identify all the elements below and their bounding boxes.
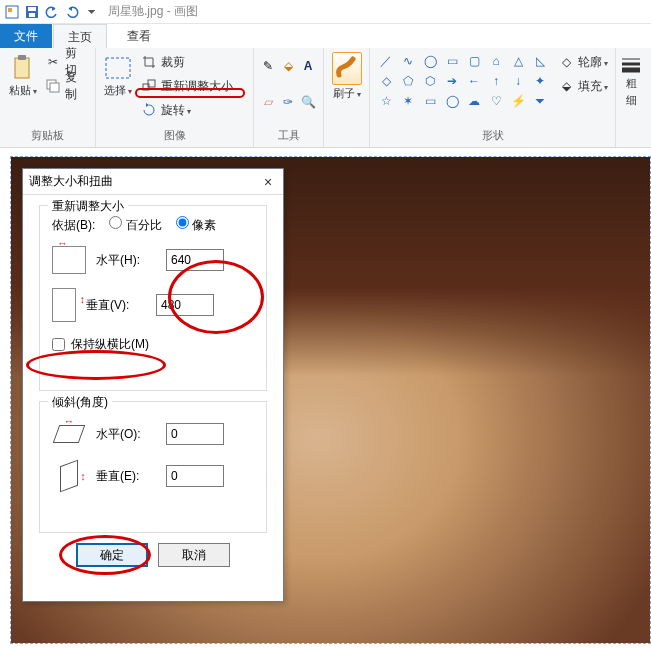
qat-customize-icon[interactable]: ⏷ <box>84 4 100 20</box>
shape-line-icon[interactable]: ／ <box>376 52 396 70</box>
copy-button[interactable]: 复制 <box>46 76 89 96</box>
select-button[interactable]: 选择 <box>102 52 135 122</box>
text-icon[interactable]: A <box>300 58 316 74</box>
svg-rect-5 <box>15 58 29 78</box>
shape-rtriangle-icon[interactable]: ◺ <box>530 52 550 70</box>
size-thin-label: 细 <box>626 93 637 108</box>
resize-fieldset: 重新调整大小 依据(B): 百分比 像素 ↔ 水平(H): ↕ 垂直(V): 保… <box>39 205 267 391</box>
skew-v-icon: ↕ <box>52 462 86 490</box>
skew-fieldset: 倾斜(角度) ↔ 水平(O): ↕ 垂直(E): <box>39 401 267 533</box>
redo-icon[interactable] <box>64 4 80 20</box>
shape-hexagon-icon[interactable]: ⬡ <box>420 72 440 90</box>
group-shapes: ／ ∿ ◯ ▭ ▢ ⌂ △ ◺ ◇ ⬠ ⬡ ➔ ← ↑ ↓ ✦ ☆ ✶ ▭ ◯ <box>370 48 616 147</box>
dialog-titlebar: 调整大小和扭曲 × <box>23 169 283 195</box>
skew-h-label: 水平(O): <box>96 426 156 443</box>
pencil-icon[interactable]: ✎ <box>260 58 276 74</box>
stroke-weight-icon[interactable] <box>620 56 642 74</box>
group-image: 选择 裁剪 重新调整大小 <box>96 48 254 147</box>
brushes-button[interactable]: 刷子 <box>330 52 363 122</box>
window-title: 周星驰.jpg - 画图 <box>108 3 198 20</box>
shapes-gallery[interactable]: ／ ∿ ◯ ▭ ▢ ⌂ △ ◺ ◇ ⬠ ⬡ ➔ ← ↑ ↓ ✦ ☆ ✶ ▭ ◯ <box>376 52 552 110</box>
shape-pentagon-icon[interactable]: ⬠ <box>398 72 418 90</box>
group-label-tools: 工具 <box>260 126 317 147</box>
skew-v-input[interactable] <box>166 465 224 487</box>
aspect-ratio-checkbox[interactable]: 保持纵横比(M) <box>52 336 254 353</box>
resize-icon <box>141 78 157 94</box>
picker-icon[interactable]: ✑ <box>280 94 296 110</box>
quick-access-toolbar: ⏷ <box>4 4 100 20</box>
shape-triangle-icon[interactable]: △ <box>508 52 528 70</box>
shape-star5-icon[interactable]: ☆ <box>376 92 396 110</box>
bucket-icon: ⬙ <box>558 78 574 94</box>
resize-button[interactable]: 重新调整大小 <box>141 76 247 96</box>
shapes-more-icon[interactable]: ⏷ <box>530 92 550 110</box>
svg-rect-3 <box>28 7 36 11</box>
dialog-title: 调整大小和扭曲 <box>29 173 113 190</box>
vertical-icon: ↕ <box>52 288 76 322</box>
svg-rect-8 <box>50 83 59 92</box>
tab-file[interactable]: 文件 <box>0 24 52 48</box>
outline-button[interactable]: ◇ 轮廓 <box>558 52 608 72</box>
brush-icon <box>335 55 359 79</box>
crop-button[interactable]: 裁剪 <box>141 52 247 72</box>
svg-rect-4 <box>29 13 35 17</box>
ribbon-tabs: 文件 主页 查看 <box>0 24 651 48</box>
crop-icon <box>141 54 157 70</box>
group-label-clipboard: 剪贴板 <box>6 126 89 147</box>
group-label-brushes <box>330 129 363 147</box>
skew-h-input[interactable] <box>166 423 224 445</box>
magnifier-icon[interactable]: 🔍 <box>300 94 316 110</box>
resize-skew-dialog: 调整大小和扭曲 × 重新调整大小 依据(B): 百分比 像素 ↔ 水平(H): … <box>22 168 284 602</box>
shape-arrow-l-icon[interactable]: ← <box>464 72 484 90</box>
vertical-input[interactable] <box>156 294 214 316</box>
shape-heart-icon[interactable]: ♡ <box>486 92 506 110</box>
close-icon[interactable]: × <box>259 173 277 191</box>
group-tools: ✎ ⬙ A ▱ ✑ 🔍 工具 <box>254 48 324 147</box>
shape-arrow-r-icon[interactable]: ➔ <box>442 72 462 90</box>
radio-percent[interactable]: 百分比 <box>109 216 161 234</box>
skew-legend: 倾斜(角度) <box>48 394 112 411</box>
group-size: 粗 细 <box>616 48 646 147</box>
skew-h-icon: ↔ <box>52 420 86 448</box>
outline-icon: ◇ <box>558 54 574 70</box>
paint-app-icon <box>4 4 20 20</box>
radio-pixels[interactable]: 像素 <box>176 216 216 234</box>
shape-callout-round-icon[interactable]: ◯ <box>442 92 462 110</box>
ok-button[interactable]: 确定 <box>76 543 148 567</box>
scissors-icon: ✂ <box>46 54 62 70</box>
paste-button[interactable]: 粘贴 <box>6 52 40 122</box>
tab-view[interactable]: 查看 <box>113 24 165 48</box>
fill-button[interactable]: ⬙ 填充 <box>558 76 608 96</box>
group-brushes: 刷子 <box>324 48 370 147</box>
shape-star4-icon[interactable]: ✦ <box>530 72 550 90</box>
skew-v-label: 垂直(E): <box>96 468 156 485</box>
cancel-button[interactable]: 取消 <box>158 543 230 567</box>
shape-callout-rect-icon[interactable]: ▭ <box>420 92 440 110</box>
vertical-label: 垂直(V): <box>86 297 146 314</box>
shape-star6-icon[interactable]: ✶ <box>398 92 418 110</box>
shape-roundrect-icon[interactable]: ▢ <box>464 52 484 70</box>
horizontal-label: 水平(H): <box>96 252 156 269</box>
shape-arrow-d-icon[interactable]: ↓ <box>508 72 528 90</box>
horizontal-input[interactable] <box>166 249 224 271</box>
eraser-icon[interactable]: ▱ <box>260 94 276 110</box>
undo-icon[interactable] <box>44 4 60 20</box>
save-icon[interactable] <box>24 4 40 20</box>
shape-callout-cloud-icon[interactable]: ☁ <box>464 92 484 110</box>
svg-rect-6 <box>18 55 26 60</box>
shape-diamond-icon[interactable]: ◇ <box>376 72 396 90</box>
brush-frame <box>332 52 362 85</box>
shape-arrow-u-icon[interactable]: ↑ <box>486 72 506 90</box>
title-bar: ⏷ 周星驰.jpg - 画图 <box>0 0 651 24</box>
shape-oval-icon[interactable]: ◯ <box>420 52 440 70</box>
shape-lightning-icon[interactable]: ⚡ <box>508 92 528 110</box>
horizontal-icon: ↔ <box>52 246 86 274</box>
fill-icon[interactable]: ⬙ <box>280 58 296 74</box>
size-thick-label: 粗 <box>626 76 637 91</box>
shape-curve-icon[interactable]: ∿ <box>398 52 418 70</box>
resize-legend: 重新调整大小 <box>48 198 128 215</box>
rotate-button[interactable]: 旋转 <box>141 100 247 120</box>
group-label-image: 图像 <box>102 126 247 147</box>
shape-rect-icon[interactable]: ▭ <box>442 52 462 70</box>
shape-polygon-icon[interactable]: ⌂ <box>486 52 506 70</box>
